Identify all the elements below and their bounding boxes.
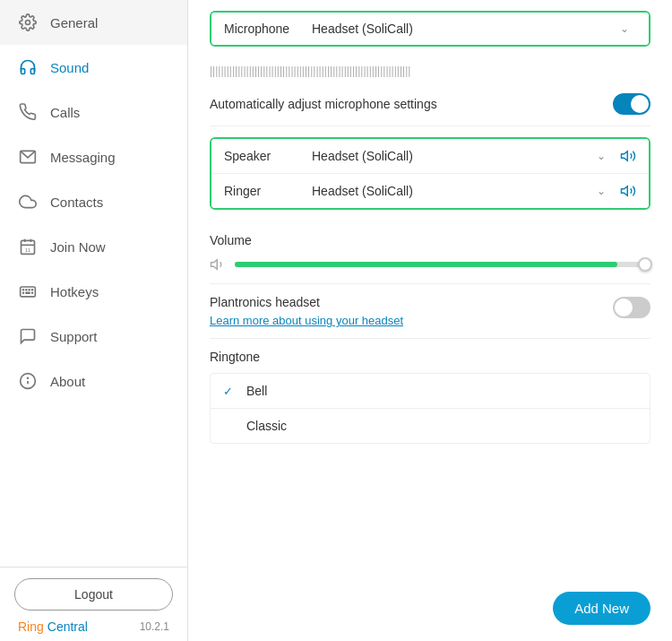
auto-adjust-label: Automatically adjust microphone settings	[210, 97, 437, 111]
plantronics-row: Plantronics headset Learn more about usi…	[210, 295, 650, 327]
svg-marker-20	[211, 260, 218, 270]
sidebar-item-calls[interactable]: Calls	[0, 90, 187, 134]
sidebar-item-about-label: About	[50, 374, 85, 389]
main-content: Microphone Headset (SoliCall) ⌄ ||||||||…	[188, 0, 672, 641]
sidebar-item-support[interactable]: Support	[0, 314, 187, 359]
volume-section: Volume	[188, 222, 672, 283]
sidebar-item-general[interactable]: General	[0, 0, 187, 45]
sidebar-item-about[interactable]: About	[0, 359, 187, 403]
sidebar-item-hotkeys-label: Hotkeys	[50, 284, 99, 299]
svg-text:11: 11	[25, 247, 30, 253]
microphone-value: Headset (SoliCall)	[312, 22, 413, 36]
brand-version: 10.2.1	[140, 620, 169, 633]
brand-central: Central	[47, 619, 88, 634]
volume-title: Volume	[210, 233, 650, 247]
ringtone-classic-label: Classic	[246, 419, 287, 433]
volume-fill	[235, 262, 617, 267]
plantronics-title: Plantronics headset	[210, 295, 403, 309]
volume-thumb	[638, 257, 652, 272]
mail-icon	[18, 147, 38, 167]
auto-adjust-row: Automatically adjust microphone settings	[188, 82, 672, 126]
speaker-label: Speaker	[224, 149, 305, 163]
ringer-select[interactable]: Headset (SoliCall) ⌄	[305, 184, 613, 198]
speaker-value: Headset (SoliCall)	[312, 149, 413, 163]
microphone-group: Microphone Headset (SoliCall) ⌄	[210, 11, 650, 47]
ringtone-bell[interactable]: ✓ Bell	[211, 374, 650, 409]
cloud-icon	[18, 192, 38, 212]
sidebar-item-join-now-label: Join Now	[50, 239, 106, 255]
calendar-icon: 11	[18, 237, 38, 256]
ringtone-list: ✓ Bell ✓ Classic	[210, 373, 650, 444]
volume-slider[interactable]	[235, 262, 650, 267]
sidebar: General Sound Calls Messaging	[0, 0, 188, 641]
ringer-chevron-icon: ⌄	[597, 185, 606, 197]
gear-icon	[18, 13, 38, 32]
brand-ring: Ring	[18, 619, 44, 634]
logout-button[interactable]: Logout	[14, 578, 173, 611]
sidebar-item-sound-label: Sound	[50, 60, 89, 75]
ringer-label: Ringer	[224, 184, 305, 198]
add-new-button[interactable]: Add New	[553, 592, 650, 625]
volume-row	[210, 256, 650, 273]
info-icon	[18, 371, 38, 391]
speaker-chevron-icon: ⌄	[597, 150, 606, 162]
phone-icon	[18, 102, 38, 122]
ringtone-bell-check: ✓	[223, 385, 237, 398]
plantronics-section: Plantronics headset Learn more about usi…	[188, 284, 672, 338]
keyboard-icon	[18, 282, 38, 301]
volume-low-icon	[210, 256, 226, 273]
mic-level-bar: ||||||||||||||||||||||||||||||||||||||||…	[188, 59, 672, 82]
speaker-select[interactable]: Headset (SoliCall) ⌄	[305, 149, 613, 163]
plantronics-link[interactable]: Learn more about using your headset	[210, 314, 403, 327]
sidebar-item-contacts[interactable]: Contacts	[0, 179, 187, 224]
ringtone-bell-label: Bell	[246, 384, 267, 398]
svg-point-0	[26, 21, 30, 25]
headphone-icon	[18, 57, 38, 77]
speaker-ringer-group: Speaker Headset (SoliCall) ⌄ Ringer Head…	[210, 137, 650, 210]
sidebar-item-calls-label: Calls	[50, 105, 80, 120]
divider-1	[210, 126, 650, 126]
speaker-row: Speaker Headset (SoliCall) ⌄	[211, 139, 649, 174]
sidebar-item-messaging-label: Messaging	[50, 150, 116, 165]
sidebar-item-contacts-label: Contacts	[50, 195, 103, 210]
sidebar-item-support-label: Support	[50, 329, 98, 344]
plantronics-info: Plantronics headset Learn more about usi…	[210, 295, 403, 327]
mic-level-icon: ||||||||||||||||||||||||||||||||||||||||…	[210, 65, 410, 77]
ringer-volume-icon	[620, 183, 636, 199]
ringtone-section: Ringtone ✓ Bell ✓ Classic	[188, 339, 672, 455]
message-circle-icon	[18, 326, 38, 346]
speaker-volume-icon	[620, 148, 636, 164]
brand-row: RingCentral 10.2.1	[14, 619, 173, 634]
ringer-row: Ringer Headset (SoliCall) ⌄	[211, 174, 649, 208]
ringer-value: Headset (SoliCall)	[312, 184, 413, 198]
sidebar-item-sound[interactable]: Sound	[0, 45, 187, 90]
microphone-label: Microphone	[224, 22, 305, 36]
auto-adjust-toggle[interactable]	[613, 93, 650, 115]
svg-marker-18	[622, 152, 628, 161]
sidebar-item-hotkeys[interactable]: Hotkeys	[0, 269, 187, 314]
sidebar-bottom: Logout RingCentral 10.2.1	[0, 567, 187, 641]
sidebar-item-general-label: General	[50, 15, 98, 30]
microphone-row: Microphone Headset (SoliCall) ⌄	[211, 13, 649, 45]
ringtone-title: Ringtone	[210, 350, 650, 364]
sidebar-item-join-now[interactable]: 11 Join Now	[0, 224, 187, 269]
brand-logo: RingCentral	[18, 619, 88, 634]
ringtone-classic-check: ✓	[223, 420, 237, 433]
ringtone-classic[interactable]: ✓ Classic	[211, 409, 650, 443]
microphone-chevron-icon: ⌄	[620, 22, 629, 35]
svg-marker-19	[622, 186, 628, 196]
sidebar-item-messaging[interactable]: Messaging	[0, 134, 187, 179]
microphone-select[interactable]: Headset (SoliCall) ⌄	[305, 22, 636, 36]
plantronics-toggle[interactable]	[613, 297, 650, 318]
